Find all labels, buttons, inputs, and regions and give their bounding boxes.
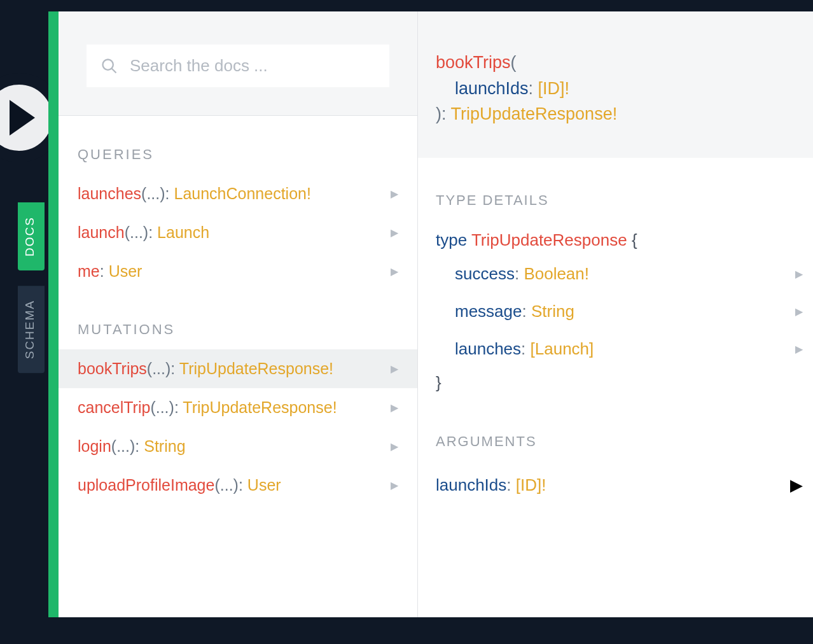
svg-point-0 — [103, 59, 113, 69]
chevron-right-icon: ▶ — [391, 188, 398, 200]
mutation-item-booktrips[interactable]: bookTrips(...): TripUpdateResponse! ▶ — [59, 349, 417, 388]
chevron-right-icon: ▶ — [795, 343, 803, 355]
schema-listing-column: QUERIES launches(...): LaunchConnection!… — [59, 11, 418, 617]
query-item-me[interactable]: me: User ▶ — [59, 252, 417, 291]
field-name: me — [78, 262, 100, 280]
section-mutations-label: MUTATIONS — [59, 291, 417, 349]
signature-return-type: TripUpdateResponse! — [451, 104, 618, 123]
field-type: Boolean! — [524, 264, 589, 283]
chevron-right-icon: ▶ — [391, 265, 398, 277]
chevron-right-icon: ▶ — [391, 227, 398, 239]
field-name: message — [455, 302, 522, 321]
field-type: [Launch] — [531, 339, 594, 358]
section-queries-label: QUERIES — [59, 116, 417, 174]
field-name: bookTrips — [78, 360, 147, 377]
query-item-launch[interactable]: launch(...): Launch ▶ — [59, 213, 417, 252]
field-type: String — [531, 302, 574, 321]
argument-launchids[interactable]: launchIds: [ID]! ▶ — [418, 469, 813, 501]
field-name: launch — [78, 223, 125, 241]
chevron-right-icon: ▶ — [391, 402, 398, 414]
field-type: User — [247, 476, 281, 494]
docs-panel-accent — [48, 11, 59, 617]
type-details-label: TYPE DETAILS — [418, 158, 813, 225]
argument-type: [ID]! — [516, 475, 546, 494]
bottom-shadow — [0, 617, 813, 644]
signature-block: bookTrips( launchIds: [ID]! ): TripUpdat… — [418, 11, 813, 158]
docs-panel: QUERIES launches(...): LaunchConnection!… — [59, 11, 813, 617]
side-tabs: DOCS SCHEMA — [18, 202, 45, 373]
argument-name: launchIds — [436, 475, 506, 494]
field-type: User — [109, 262, 142, 280]
field-type: LaunchConnection! — [174, 185, 310, 202]
signature-arg-type: [ID]! — [538, 79, 570, 98]
window-top-strip — [0, 0, 813, 11]
type-name: TripUpdateResponse — [471, 230, 627, 249]
field-name: cancelTrip — [78, 398, 150, 416]
signature-name: bookTrips — [436, 53, 511, 72]
play-icon — [10, 100, 35, 136]
query-item-launches[interactable]: launches(...): LaunchConnection! ▶ — [59, 174, 417, 213]
tab-docs[interactable]: DOCS — [18, 202, 45, 270]
chevron-right-icon: ▶ — [391, 479, 398, 491]
mutation-item-login[interactable]: login(...): String ▶ — [59, 427, 417, 466]
field-name: launches — [455, 339, 521, 358]
type-field-success[interactable]: success: Boolean! ▶ — [418, 255, 813, 293]
type-field-message[interactable]: message: String ▶ — [418, 293, 813, 330]
mutation-item-uploadprofileimage[interactable]: uploadProfileImage(...): User ▶ — [59, 466, 417, 505]
arguments-label: ARGUMENTS — [418, 398, 813, 469]
mutation-item-canceltrip[interactable]: cancelTrip(...): TripUpdateResponse! ▶ — [59, 388, 417, 427]
tab-schema[interactable]: SCHEMA — [18, 286, 45, 373]
chevron-right-icon: ▶ — [790, 475, 803, 495]
search-icon — [101, 57, 118, 75]
field-type: TripUpdateResponse! — [179, 360, 333, 377]
signature-arg-name: launchIds — [455, 79, 529, 98]
type-definition: type TripUpdateResponse { — [418, 225, 813, 255]
field-type: String — [144, 437, 185, 455]
field-type: Launch — [157, 223, 209, 241]
chevron-right-icon: ▶ — [391, 440, 398, 452]
chevron-right-icon: ▶ — [795, 268, 803, 280]
chevron-right-icon: ▶ — [795, 305, 803, 318]
detail-column: bookTrips( launchIds: [ID]! ): TripUpdat… — [418, 11, 813, 617]
field-type: TripUpdateResponse! — [183, 398, 337, 416]
field-name: launches — [78, 185, 141, 202]
type-keyword: type — [436, 230, 467, 249]
type-field-launches[interactable]: launches: [Launch] ▶ — [418, 330, 813, 368]
search-container — [59, 11, 417, 116]
field-name: success — [455, 264, 515, 283]
search-box[interactable] — [87, 45, 389, 87]
field-name: login — [78, 437, 111, 455]
svg-line-1 — [112, 68, 116, 73]
field-name: uploadProfileImage — [78, 476, 214, 494]
search-input[interactable] — [130, 56, 375, 76]
chevron-right-icon: ▶ — [391, 363, 398, 375]
